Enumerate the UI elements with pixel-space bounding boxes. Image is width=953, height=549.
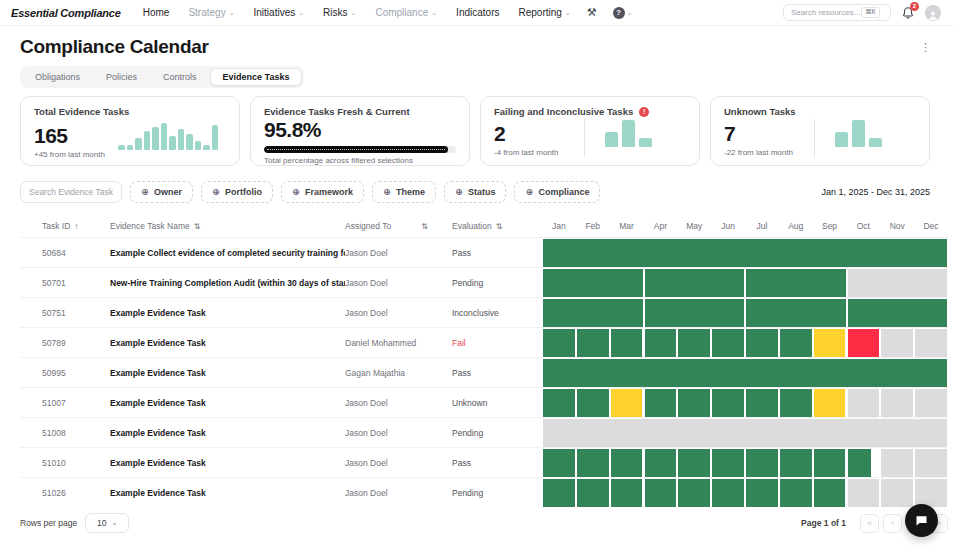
rows-per-page-select[interactable]: 10 ⌄	[85, 513, 129, 533]
timeline-segment[interactable]	[847, 329, 881, 357]
timeline-segment[interactable]	[677, 479, 711, 507]
timeline-segment[interactable]	[745, 269, 847, 297]
global-search-input[interactable]	[791, 8, 861, 17]
tab-controls[interactable]: Controls	[150, 68, 210, 86]
table-row[interactable]: 51007Example Evidence TaskJason DoelUnkn…	[20, 387, 948, 417]
help-button[interactable]: ? ⌄	[613, 7, 633, 19]
timeline-segment[interactable]	[610, 329, 644, 357]
timeline-segment[interactable]	[813, 389, 847, 417]
timeline-segment[interactable]	[542, 389, 576, 417]
filter-chip-theme[interactable]: ⊕Theme	[372, 181, 436, 203]
timeline-segment[interactable]	[779, 449, 813, 477]
timeline-segment[interactable]	[677, 449, 711, 477]
timeline-segment[interactable]	[880, 329, 914, 357]
nav-item-reporting[interactable]: Reporting⌄	[518, 7, 570, 18]
nav-item-indicators[interactable]: Indicators	[456, 7, 499, 18]
column-header-assigned-to[interactable]: Assigned To⇅	[345, 221, 452, 231]
column-header-task-id[interactable]: Task ID↑	[42, 221, 110, 231]
timeline-segment[interactable]	[542, 359, 948, 387]
timeline-segment[interactable]	[610, 389, 644, 417]
timeline-segment[interactable]	[745, 479, 779, 507]
timeline-segment[interactable]	[880, 449, 914, 477]
nav-item-strategy[interactable]: Strategy⌄	[188, 7, 234, 18]
timeline-segment[interactable]	[644, 269, 746, 297]
table-row[interactable]: 50751Example Evidence TaskJason DoelInco…	[20, 297, 948, 327]
timeline-segment[interactable]	[813, 329, 847, 357]
column-header-evaluation[interactable]: Evaluation⇅	[452, 221, 542, 231]
timeline-segment[interactable]	[711, 449, 745, 477]
filter-chip-status[interactable]: ⊕Status	[444, 181, 506, 203]
timeline-segment[interactable]	[745, 329, 779, 357]
timeline-segment[interactable]	[847, 449, 872, 477]
timeline-segment[interactable]	[576, 449, 610, 477]
table-row[interactable]: 50995Example Evidence TaskGagan Majathia…	[20, 357, 948, 387]
timeline-segment[interactable]	[677, 329, 711, 357]
timeline-segment[interactable]	[542, 479, 576, 507]
timeline-segment[interactable]	[542, 329, 576, 357]
nav-item-risks[interactable]: Risks⌄	[323, 7, 356, 18]
first-page-button[interactable]: «	[860, 514, 879, 533]
table-row[interactable]: 50684Example Collect evidence of complet…	[20, 237, 948, 267]
tab-obligations[interactable]: Obligations	[22, 68, 93, 86]
nav-item-home[interactable]: Home	[143, 7, 170, 18]
timeline-segment[interactable]	[914, 449, 948, 477]
table-row[interactable]: 51026Example Evidence TaskJason DoelPend…	[20, 477, 948, 507]
timeline-segment[interactable]	[847, 479, 881, 507]
timeline-segment[interactable]	[745, 449, 779, 477]
search-evidence-tasks-input[interactable]	[20, 181, 122, 203]
timeline-segment[interactable]	[576, 389, 610, 417]
timeline-segment[interactable]	[914, 329, 948, 357]
timeline-segment[interactable]	[644, 329, 678, 357]
page-menu-kebab-icon[interactable]: ⋮	[916, 41, 935, 54]
filter-chip-owner[interactable]: ⊕Owner	[130, 181, 193, 203]
timeline-segment[interactable]	[542, 419, 948, 447]
timeline-segment[interactable]	[779, 479, 813, 507]
tab-evidence-tasks[interactable]: Evidence Tasks	[210, 68, 303, 86]
filter-chip-compliance[interactable]: ⊕Compliance	[514, 181, 600, 203]
timeline-segment[interactable]	[813, 479, 847, 507]
global-search[interactable]: ⌘K	[783, 4, 891, 21]
timeline-segment[interactable]	[711, 479, 745, 507]
timeline-segment[interactable]	[847, 269, 949, 297]
timeline-segment[interactable]	[610, 479, 644, 507]
timeline-segment[interactable]	[745, 299, 847, 327]
user-avatar[interactable]	[925, 5, 941, 21]
timeline-segment[interactable]	[644, 299, 746, 327]
table-row[interactable]: 51010Example Evidence TaskJason DoelPass	[20, 447, 948, 477]
tab-policies[interactable]: Policies	[93, 68, 150, 86]
timeline-segment[interactable]	[711, 329, 745, 357]
timeline-segment[interactable]	[914, 389, 948, 417]
timeline-segment[interactable]	[542, 239, 948, 267]
timeline-segment[interactable]	[644, 389, 678, 417]
timeline-segment[interactable]	[779, 329, 813, 357]
timeline-segment[interactable]	[847, 299, 949, 327]
timeline-segment[interactable]	[847, 389, 881, 417]
timeline-segment[interactable]	[745, 389, 779, 417]
timeline-segment[interactable]	[677, 389, 711, 417]
timeline-segment[interactable]	[610, 449, 644, 477]
timeline-segment[interactable]	[542, 269, 644, 297]
date-range-picker[interactable]: Jan 1, 2025 - Dec 31, 2025	[821, 187, 930, 197]
timeline-segment[interactable]	[880, 389, 914, 417]
prev-page-button[interactable]: ‹	[883, 514, 902, 533]
filter-chip-portfolio[interactable]: ⊕Portfolio	[201, 181, 273, 203]
timeline-segment[interactable]	[542, 299, 644, 327]
filter-chip-framework[interactable]: ⊕Framework	[281, 181, 364, 203]
timeline-segment[interactable]	[542, 449, 576, 477]
timeline-segment[interactable]	[813, 449, 847, 477]
timeline-segment[interactable]	[644, 479, 678, 507]
chat-fab-button[interactable]	[905, 504, 938, 537]
timeline-segment[interactable]	[914, 479, 948, 507]
table-row[interactable]: 51008Example Evidence TaskJason DoelPend…	[20, 417, 948, 447]
nav-item-compliance[interactable]: Compliance⌄	[375, 7, 437, 18]
column-header-evidence-task-name[interactable]: Evidence Task Name⇅	[110, 221, 345, 231]
timeline-segment[interactable]	[880, 479, 914, 507]
timeline-segment[interactable]	[576, 329, 610, 357]
timeline-segment[interactable]	[779, 389, 813, 417]
table-row[interactable]: 50789Example Evidence TaskDaniel Mohamme…	[20, 327, 948, 357]
nav-item-initiatives[interactable]: Initiatives⌄	[254, 7, 305, 18]
timeline-segment[interactable]	[644, 449, 678, 477]
timeline-segment[interactable]	[576, 479, 610, 507]
table-row[interactable]: 50701New-Hire Training Completion Audit …	[20, 267, 948, 297]
tools-icon[interactable]: ⚒	[587, 6, 597, 19]
